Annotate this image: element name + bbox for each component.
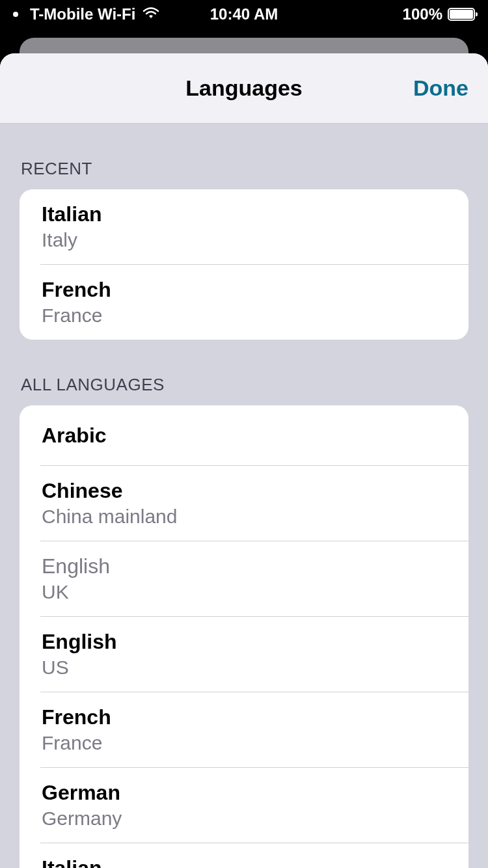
status-bar: T-Mobile Wi-Fi 10:40 AM 100%	[0, 0, 488, 29]
battery-icon	[448, 8, 475, 21]
language-row[interactable]: GermanGermany	[40, 768, 468, 843]
language-name: Italian	[42, 855, 448, 868]
languages-modal: Languages Done RECENT ItalianItalyFrench…	[0, 53, 488, 868]
language-region: UK	[42, 579, 448, 604]
language-name: German	[42, 780, 448, 806]
page-title: Languages	[185, 75, 302, 101]
section-header-all: ALL LANGUAGES	[0, 340, 488, 405]
language-row[interactable]: EnglishUK	[40, 541, 468, 617]
language-row[interactable]: ItalianItaly	[40, 189, 468, 265]
status-right: 100%	[403, 5, 475, 23]
language-name: French	[42, 277, 448, 303]
language-name: Arabic	[42, 422, 448, 448]
language-name: Chinese	[42, 478, 448, 504]
language-row[interactable]: FrenchFrance	[40, 692, 468, 768]
language-region: China mainland	[42, 504, 448, 529]
all-languages-list: ArabicChineseChina mainlandEnglishUKEngl…	[20, 405, 468, 868]
language-name: English	[42, 629, 448, 655]
language-row[interactable]: EnglishUS	[40, 617, 468, 692]
language-row[interactable]: Arabic	[40, 405, 468, 466]
done-button[interactable]: Done	[413, 75, 468, 101]
status-dot-icon	[13, 12, 18, 17]
content-scroll[interactable]: RECENT ItalianItalyFrenchFrance ALL LANG…	[0, 124, 488, 868]
language-region: France	[42, 730, 448, 755]
battery-percent: 100%	[403, 5, 442, 23]
language-row[interactable]: FrenchFrance	[40, 265, 468, 340]
language-region: France	[42, 303, 448, 328]
recent-list: ItalianItalyFrenchFrance	[20, 189, 468, 340]
language-name: Italian	[42, 201, 448, 227]
language-region: US	[42, 655, 448, 680]
language-row[interactable]: ItalianItaly	[40, 843, 468, 868]
language-region: Germany	[42, 806, 448, 831]
modal-header: Languages Done	[0, 53, 488, 124]
status-time: 10:40 AM	[210, 5, 278, 23]
language-name: French	[42, 704, 448, 730]
wifi-icon	[142, 5, 160, 23]
section-header-recent: RECENT	[0, 124, 488, 189]
language-name: English	[42, 553, 448, 579]
language-region: Italy	[42, 227, 448, 252]
status-left: T-Mobile Wi-Fi	[13, 5, 160, 23]
language-row[interactable]: ChineseChina mainland	[40, 466, 468, 541]
carrier-label: T-Mobile Wi-Fi	[30, 5, 135, 23]
